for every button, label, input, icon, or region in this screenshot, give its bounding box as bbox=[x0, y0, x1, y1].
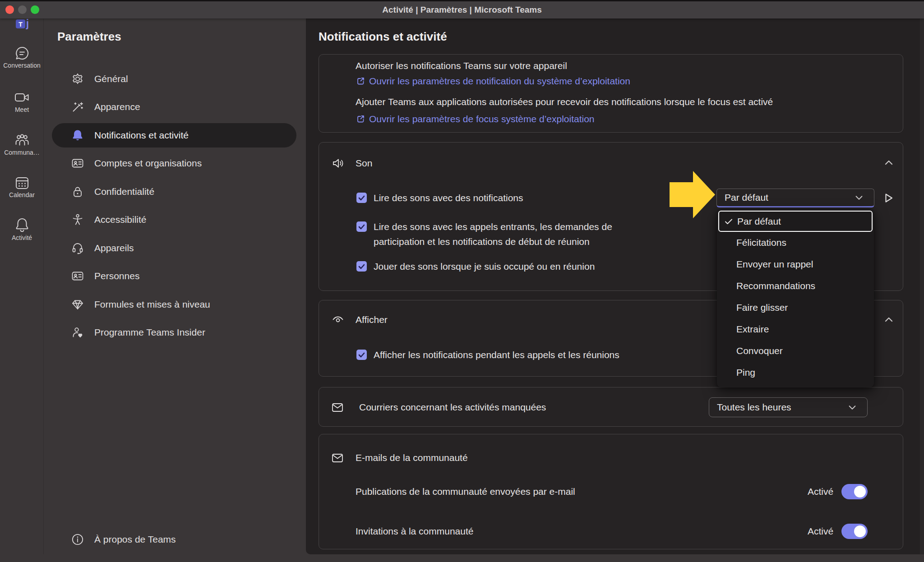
display-notifications-checkbox-row[interactable]: Afficher les notifications pendant les a… bbox=[356, 347, 619, 362]
gear-icon bbox=[71, 73, 84, 85]
menu-item-label: Par défaut bbox=[737, 216, 781, 227]
people-community-icon bbox=[14, 133, 30, 148]
scrollbar[interactable] bbox=[920, 18, 924, 554]
svg-text:T: T bbox=[18, 21, 23, 28]
checkmark-icon bbox=[724, 217, 733, 226]
collapse-display-chevron-icon[interactable] bbox=[883, 314, 894, 325]
window-title: Activité | Paramètres | Microsoft Teams bbox=[0, 1, 924, 18]
sidebar-item-devices[interactable]: Appareils bbox=[52, 236, 296, 260]
checkbox-checked[interactable] bbox=[356, 221, 367, 232]
menu-item-label: Envoyer un rappel bbox=[736, 259, 813, 270]
rail-item-label: Meet bbox=[0, 106, 44, 113]
display-section-title: Afficher bbox=[356, 314, 388, 325]
os-notifications-card: Autoriser les notifications Teams sur vo… bbox=[319, 54, 903, 133]
bell-filled-icon bbox=[71, 129, 84, 142]
chevron-down-icon bbox=[847, 402, 857, 412]
menu-item-label: Faire glisser bbox=[736, 302, 788, 313]
notification-sound-combobox[interactable]: Par défaut bbox=[716, 189, 874, 207]
rail-item-label: Communa… bbox=[0, 149, 44, 156]
sidebar-item-label: Général bbox=[94, 74, 128, 84]
checkbox-label: Lire des sons avec des notifications bbox=[374, 190, 523, 205]
menu-item-label: Recommandations bbox=[736, 281, 815, 291]
diamond-icon bbox=[71, 298, 84, 311]
menu-item-convoquer[interactable]: Convoquer bbox=[718, 340, 873, 362]
sidebar-item-about[interactable]: À propos de Teams bbox=[52, 527, 296, 552]
sidebar-item-privacy[interactable]: Confidentialité bbox=[52, 180, 296, 204]
sidebar-item-general[interactable]: Général bbox=[52, 67, 296, 91]
community-posts-toggle[interactable] bbox=[841, 484, 868, 499]
rail-item-calendar[interactable]: Calendar bbox=[0, 175, 44, 198]
community-posts-label: Publications de la communauté envoyées p… bbox=[356, 486, 575, 497]
checkbox-label: Lire des sons avec les appels entrants, … bbox=[374, 221, 612, 232]
sidebar-item-appearance[interactable]: Apparence bbox=[52, 95, 296, 119]
sound-busy-checkbox-row[interactable]: Jouer des sons lorsque je suis occupé ou… bbox=[356, 259, 595, 274]
rail-item-activity[interactable]: Activité bbox=[0, 217, 44, 241]
annotation-arrow-icon bbox=[670, 170, 716, 219]
open-os-focus-settings-link[interactable]: Ouvrir les paramètres de focus système d… bbox=[356, 111, 595, 126]
missed-activity-select[interactable]: Toutes les heures bbox=[709, 397, 868, 417]
open-os-notification-settings-link[interactable]: Ouvrir les paramètres de notification du… bbox=[356, 74, 630, 88]
community-invitations-state: Activé bbox=[808, 526, 833, 537]
toggle-knob bbox=[854, 486, 866, 498]
combobox-value: Par défaut bbox=[717, 192, 768, 203]
sidebar-item-notifications[interactable]: Notifications et activité bbox=[52, 123, 296, 147]
contact-card-icon bbox=[71, 270, 84, 282]
menu-item-par-defaut[interactable]: Par défaut bbox=[718, 211, 873, 232]
checkbox-checked[interactable] bbox=[356, 193, 367, 203]
checkbox-label: Jouer des sons lorsque je suis occupé ou… bbox=[374, 259, 595, 274]
sidebar-item-label: Confidentialité bbox=[94, 186, 154, 197]
window-bottom-edge bbox=[0, 554, 924, 562]
menu-item-felicitations[interactable]: Félicitations bbox=[718, 232, 873, 253]
rail-item-communities[interactable]: Communa… bbox=[0, 133, 44, 156]
sidebar-item-accessibility[interactable]: Accessibilité bbox=[52, 207, 296, 232]
menu-item-ping[interactable]: Ping bbox=[718, 362, 873, 383]
play-sound-button[interactable] bbox=[882, 191, 895, 205]
sound-dropdown-menu: Par défaut Félicitations Envoyer un rapp… bbox=[717, 209, 874, 387]
sidebar-item-label: Appareils bbox=[94, 243, 134, 253]
calendar-icon bbox=[14, 175, 30, 190]
sidebar-item-plans[interactable]: Formules et mises à niveau bbox=[52, 292, 296, 317]
checkbox-checked[interactable] bbox=[356, 261, 367, 272]
focus-apps-text: Ajouter Teams aux applications autorisée… bbox=[356, 94, 773, 109]
sidebar-item-label: Formules et mises à niveau bbox=[94, 299, 210, 310]
sidebar-title: Paramètres bbox=[57, 30, 121, 44]
speaker-icon bbox=[332, 157, 344, 170]
sidebar-item-label: Comptes et organisations bbox=[94, 158, 202, 169]
sidebar-item-label: Apparence bbox=[94, 101, 140, 112]
checkbox-checked[interactable] bbox=[356, 350, 367, 360]
menu-item-faire-glisser[interactable]: Faire glisser bbox=[718, 297, 873, 318]
contact-card-icon bbox=[71, 157, 84, 170]
sidebar-item-insider[interactable]: Programme Teams Insider bbox=[52, 320, 296, 345]
menu-item-extraire[interactable]: Extraire bbox=[718, 318, 873, 340]
sound-notifications-checkbox-row[interactable]: Lire des sons avec des notifications bbox=[356, 190, 523, 205]
link-label: Ouvrir les paramètres de notification du… bbox=[369, 76, 630, 87]
video-camera-icon bbox=[14, 90, 30, 105]
person-heart-icon bbox=[71, 326, 84, 339]
sound-calls-checkbox-row[interactable]: Lire des sons avec les appels entrants, … bbox=[356, 219, 612, 249]
community-posts-state: Activé bbox=[808, 486, 833, 497]
rail-item-label: Activité bbox=[0, 234, 44, 241]
teams-logo: T j bbox=[15, 17, 36, 29]
external-link-icon bbox=[356, 77, 365, 85]
community-emails-card: E-mails de la communauté Publications de… bbox=[319, 434, 903, 549]
sidebar-item-label: À propos de Teams bbox=[94, 534, 176, 545]
rail-item-conversation[interactable]: Conversation bbox=[0, 46, 44, 69]
info-icon bbox=[71, 533, 84, 546]
rail-item-meet[interactable]: Meet bbox=[0, 90, 44, 113]
bell-icon bbox=[14, 217, 30, 233]
sidebar-item-label: Programme Teams Insider bbox=[94, 327, 205, 338]
sidebar-item-accounts[interactable]: Comptes et organisations bbox=[52, 151, 296, 175]
sidebar-item-people[interactable]: Personnes bbox=[52, 264, 296, 288]
menu-item-envoyer-un-rappel[interactable]: Envoyer un rappel bbox=[718, 253, 873, 275]
sound-section-title: Son bbox=[356, 158, 372, 169]
collapse-sound-chevron-icon[interactable] bbox=[883, 157, 894, 168]
page-title: Notifications et activité bbox=[319, 30, 447, 44]
community-invitations-toggle[interactable] bbox=[841, 524, 868, 539]
menu-item-label: Convoquer bbox=[736, 345, 783, 356]
teams-settings-window: Activité | Paramètres | Microsoft Teams … bbox=[0, 0, 924, 562]
menu-item-label: Ping bbox=[736, 367, 755, 378]
accessibility-icon bbox=[71, 213, 84, 226]
missed-activity-card: Courriers concernant les activités manqu… bbox=[319, 387, 903, 427]
mail-icon bbox=[331, 451, 344, 464]
menu-item-recommandations[interactable]: Recommandations bbox=[718, 275, 873, 297]
